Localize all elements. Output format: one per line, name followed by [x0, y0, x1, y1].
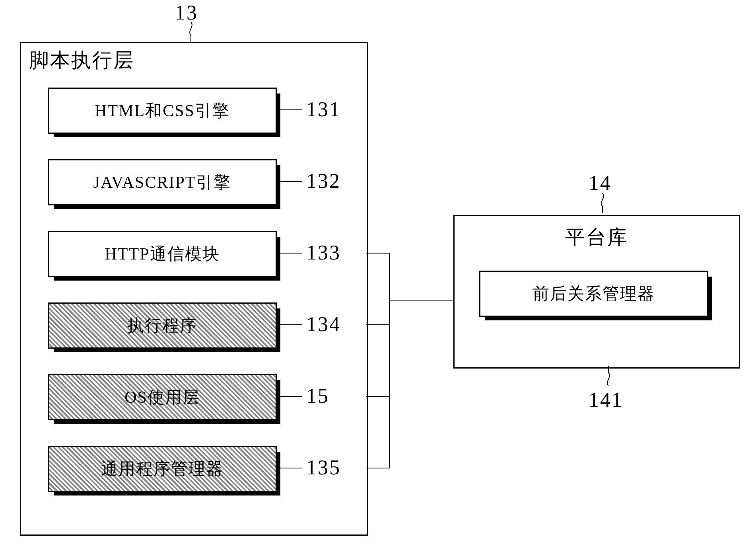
leader-squiggle-141: [601, 366, 616, 386]
ref-15: 15: [306, 384, 329, 408]
item5-label: OS使用层: [124, 386, 200, 408]
context-mgr-box: 前后关系管理器: [479, 271, 708, 317]
platform-lib-title: 平台库: [455, 224, 739, 251]
item3-box: HTTP通信模块: [48, 231, 277, 277]
item1-label: HTML和CSS引擎: [95, 99, 230, 122]
ref-14: 14: [589, 171, 612, 195]
bus-stub-6: [366, 468, 390, 468]
bus-stub-3: [366, 253, 390, 254]
ref-141: 141: [589, 388, 623, 412]
leader-squiggle-14: [595, 193, 610, 213]
ref-131: 131: [306, 98, 341, 121]
item3-leader: [280, 253, 302, 254]
item2-label: JAVASCRIPT引擎: [93, 171, 231, 193]
context-mgr-label: 前后关系管理器: [533, 283, 655, 305]
item2-leader: [280, 181, 302, 182]
ref-134: 134: [306, 312, 341, 336]
bus-stub-4: [366, 324, 390, 325]
ref-133: 133: [306, 241, 341, 264]
ref-135: 135: [306, 456, 341, 479]
item6-box: 通用程序管理器: [48, 446, 277, 492]
item1-box: HTML和CSS引擎: [48, 88, 277, 134]
leader-squiggle: [183, 22, 199, 42]
item6-label: 通用程序管理器: [101, 458, 223, 480]
script-exec-layer-title: 脚本执行层: [29, 47, 134, 74]
item3-label: HTTP通信模块: [105, 243, 220, 265]
bus-to-right: [389, 300, 453, 301]
ref-132: 132: [306, 169, 341, 193]
bus-vertical: [389, 253, 390, 468]
item2-box: JAVASCRIPT引擎: [48, 159, 277, 205]
item4-label: 执行程序: [127, 314, 197, 337]
item5-box: OS使用层: [48, 374, 277, 420]
bus-stub-5: [366, 396, 390, 397]
item4-box: 执行程序: [48, 302, 277, 349]
ref-13: 13: [175, 1, 198, 24]
diagram-canvas: 13 脚本执行层 HTML和CSS引擎 131 JAVASCRIPT引擎 132…: [0, 0, 756, 554]
item4-leader: [280, 324, 302, 325]
item5-leader: [280, 396, 302, 397]
item1-leader: [280, 109, 302, 110]
item6-leader: [280, 468, 302, 468]
